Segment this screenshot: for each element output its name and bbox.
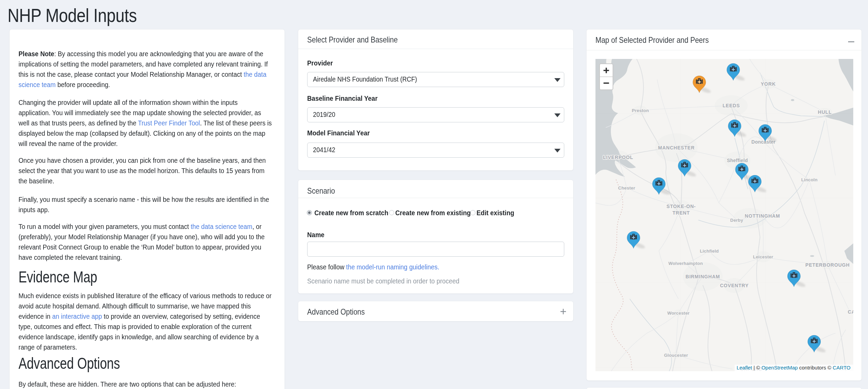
- svg-text:COVENTRY: COVENTRY: [720, 283, 749, 288]
- svg-text:Leicester: Leicester: [753, 254, 773, 259]
- svg-text:Derby: Derby: [730, 218, 743, 223]
- svg-text:LIVERPOOL: LIVERPOOL: [603, 155, 633, 160]
- svg-text:HULL: HULL: [818, 109, 832, 115]
- svg-text:TRENT: TRENT: [673, 210, 690, 216]
- svg-text:Wolverhampton: Wolverhampton: [668, 261, 703, 266]
- svg-text:LEEDS: LEEDS: [723, 103, 740, 108]
- svg-text:BIRMINGHAM: BIRMINGHAM: [686, 274, 720, 279]
- svg-text:Lincoln: Lincoln: [801, 177, 818, 182]
- svg-text:Worcester: Worcester: [667, 311, 689, 316]
- svg-text:Lichfield: Lichfield: [700, 248, 719, 254]
- svg-text:Preston: Preston: [632, 108, 649, 113]
- svg-text:PETERBOROUGH: PETERBOROUGH: [805, 262, 849, 268]
- svg-text:MANCHESTER: MANCHESTER: [658, 145, 695, 150]
- svg-text:Chester: Chester: [618, 185, 635, 191]
- svg-text:CA: CA: [848, 309, 853, 315]
- svg-text:YORK: YORK: [761, 81, 776, 87]
- svg-text:Sheffield: Sheffield: [727, 158, 748, 163]
- svg-text:STOKE-ON-: STOKE-ON-: [666, 204, 696, 209]
- svg-text:NOTTINGHAM: NOTTINGHAM: [745, 213, 780, 219]
- svg-text:Gloucester: Gloucester: [664, 353, 688, 358]
